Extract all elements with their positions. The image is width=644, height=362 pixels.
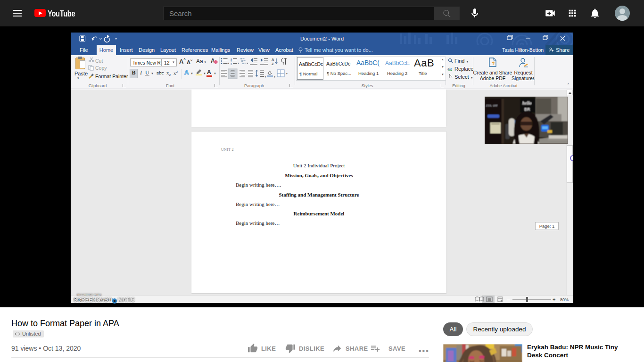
svg-text:▾: ▾: [274, 75, 275, 78]
svg-text:▾: ▾: [228, 62, 230, 65]
svg-text:▾: ▾: [286, 72, 288, 75]
svg-text:Z: Z: [272, 62, 274, 66]
svg-text:▾: ▾: [247, 62, 248, 65]
svg-text:ΣΤΑ. ΦΗ: ΣΤΑ. ΦΗ: [486, 104, 497, 107]
svg-text:hello: hello: [522, 101, 532, 106]
svg-text:3: 3: [231, 63, 232, 66]
svg-text:▾: ▾: [265, 75, 266, 78]
svg-text:▾: ▾: [238, 62, 239, 65]
svg-text:BR: BR: [524, 107, 530, 112]
